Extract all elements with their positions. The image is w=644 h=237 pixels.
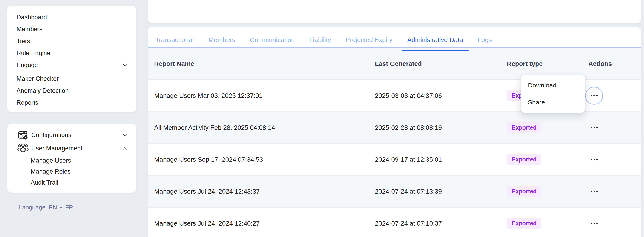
report-name-cell: Manage Users Sep 17, 2024 07:34:53 (154, 156, 375, 163)
last-generated-cell: 2024-09-17 at 12:35:01 (375, 156, 507, 163)
status-badge: Exported (507, 218, 542, 229)
sidebar-item-label: Configurations (31, 132, 122, 139)
actions-cell (588, 187, 641, 196)
row-actions-button[interactable] (588, 155, 601, 164)
page: { "sidebar": { "main_items": [ { "label"… (0, 0, 644, 237)
window-gear-icon (17, 129, 29, 141)
sidebar-item-maker-checker[interactable]: Maker Checker (7, 73, 136, 85)
sidebar-item-label: Dashboard (16, 14, 47, 21)
table-row: Manage Users Sep 17, 2024 07:34:53 2024-… (148, 143, 641, 175)
last-generated-cell: 2025-02-28 at 08:08:19 (375, 124, 507, 131)
row-actions-button[interactable] (588, 187, 601, 196)
column-header-report-type: Report type (507, 60, 588, 67)
table-row: Manage Users Jul 24, 2024 12:40:27 2024-… (148, 207, 641, 237)
report-tabs: Transactional Members Communication Liab… (148, 27, 641, 48)
last-generated-cell: 2024-07-24 at 07:13:39 (375, 188, 507, 195)
tab-projected-expiry[interactable]: Projected Expiry (340, 33, 398, 47)
last-generated-cell: 2024-07-24 at 07:10:37 (375, 220, 507, 227)
row-actions-button[interactable] (588, 123, 601, 132)
table-row: All Member Activity Feb 28, 2025 04:08:1… (148, 111, 641, 143)
sidebar-item-label: Manage Roles (30, 168, 70, 175)
column-header-report-name: Report Name (154, 60, 375, 67)
actions-cell (588, 155, 641, 164)
column-header-actions: Actions (588, 60, 641, 67)
tab-logs[interactable]: Logs (472, 33, 497, 47)
actions-cell (588, 219, 641, 228)
sidebar-item-manage-users[interactable]: Manage Users (7, 155, 136, 166)
top-card (148, 0, 641, 23)
row-actions-button-active[interactable] (585, 87, 603, 105)
sidebar-item-members[interactable]: Members (7, 23, 136, 35)
tab-communication[interactable]: Communication (244, 33, 300, 47)
reports-card: Transactional Members Communication Liab… (148, 27, 641, 237)
table-row: Manage Users Jul 24, 2024 12:43:37 2024-… (148, 175, 641, 207)
report-name-cell: Manage Users Mar 03, 2025 12:37:01 (154, 92, 375, 99)
sidebar-item-manage-roles[interactable]: Manage Roles (7, 166, 136, 177)
actions-cell (588, 123, 641, 132)
report-name-cell: All Member Activity Feb 28, 2025 04:08:1… (154, 124, 375, 131)
menu-item-download[interactable]: Download (521, 77, 585, 94)
sidebar-item-tiers[interactable]: Tiers (7, 35, 136, 47)
sidebar-item-audit-trail[interactable]: Audit Trail (7, 177, 136, 188)
column-header-last-generated: Last Generated (375, 60, 507, 67)
language-switcher: Language EN • FR (19, 202, 73, 213)
row-actions-menu: Download Share (521, 75, 585, 113)
table-header-row: Report Name Last Generated Report type A… (148, 48, 641, 79)
main-nav-card: Dashboard Members Tiers Rule Engine Enga… (7, 6, 136, 112)
people-group-icon (17, 142, 29, 154)
tab-liability[interactable]: Liability (304, 33, 336, 47)
language-label: Language (19, 204, 46, 211)
row-actions-button[interactable] (588, 219, 601, 228)
report-type-cell: Exported (507, 122, 588, 133)
tab-administrative-data[interactable]: Administrative Data (402, 33, 469, 47)
sidebar-item-label: Manage Users (30, 157, 71, 164)
report-type-cell: Exported (507, 186, 588, 197)
sidebar-item-label: Members (16, 26, 42, 33)
last-generated-cell: 2025-03-03 at 04:37:06 (375, 92, 507, 99)
tab-members[interactable]: Members (203, 33, 241, 47)
sidebar-item-label: Maker Checker (16, 75, 59, 82)
sidebar-item-label: Reports (16, 99, 38, 106)
menu-item-share[interactable]: Share (521, 94, 585, 111)
report-name-cell: Manage Users Jul 24, 2024 12:43:37 (154, 188, 375, 195)
sidebar-item-user-management[interactable]: User Management (7, 142, 136, 155)
sidebar-item-dashboard[interactable]: Dashboard (7, 11, 136, 23)
status-badge: Exported (507, 122, 542, 133)
chevron-down-icon (122, 61, 128, 68)
sidebar-item-label: Tiers (16, 38, 30, 45)
config-nav-card: Configurations User Management Manage Us… (7, 124, 136, 193)
language-option-fr[interactable]: FR (65, 204, 73, 211)
sidebar-item-anomaly-detection[interactable]: Anomaly Detection (7, 85, 136, 97)
sidebar-item-label: Anomaly Detection (16, 87, 69, 94)
actions-cell (588, 87, 641, 105)
sidebar-item-label: User Management (31, 145, 122, 152)
sidebar-item-label: Engage (16, 61, 38, 69)
status-badge: Exported (507, 154, 542, 165)
report-type-cell: Exported (507, 154, 588, 165)
sidebar-item-label: Audit Trail (30, 179, 58, 186)
sidebar-item-reports[interactable]: Reports (7, 97, 136, 109)
status-badge: Exported (507, 186, 542, 197)
sidebar-item-label: Rule Engine (16, 50, 50, 57)
tab-transactional[interactable]: Transactional (150, 33, 199, 47)
language-option-en[interactable]: EN (49, 204, 57, 211)
report-type-cell: Exported (507, 218, 588, 229)
sidebar-item-rule-engine[interactable]: Rule Engine (7, 47, 136, 59)
sidebar-item-configurations[interactable]: Configurations (7, 128, 136, 142)
chevron-down-icon (122, 132, 128, 139)
language-separator: • (60, 204, 62, 210)
chevron-up-icon (122, 145, 128, 152)
sidebar-item-engage[interactable]: Engage (7, 59, 136, 71)
report-name-cell: Manage Users Jul 24, 2024 12:40:27 (154, 220, 375, 227)
